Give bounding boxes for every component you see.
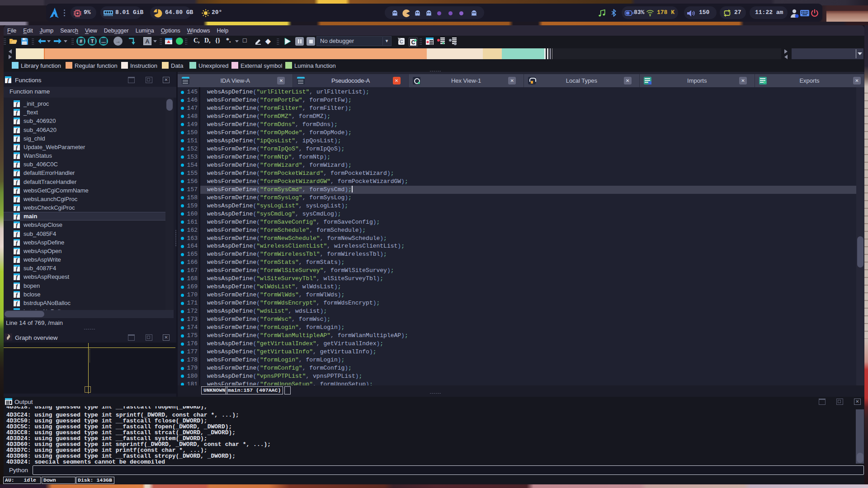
svg-text:C: C — [400, 39, 403, 44]
